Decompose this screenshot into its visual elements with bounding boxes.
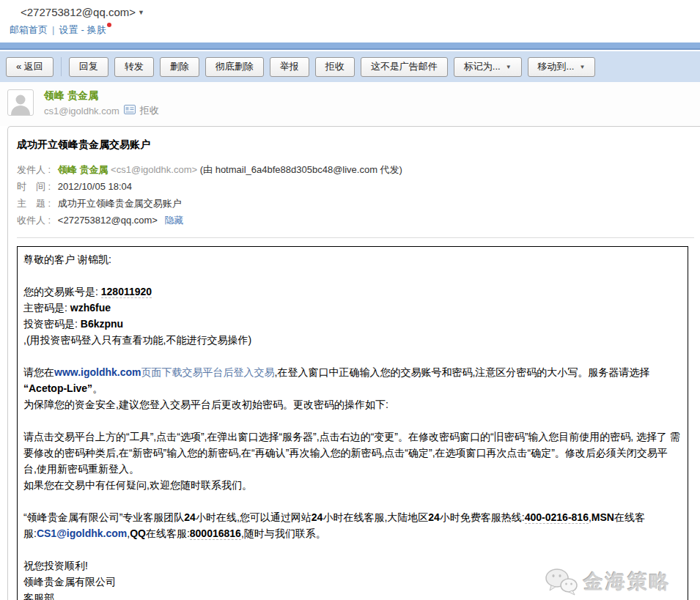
report-button[interactable]: 举报 (270, 57, 309, 77)
back-button[interactable]: « 返回 (6, 57, 54, 77)
body-paragraph: 您的交易账号是: 128011920 (23, 284, 682, 300)
move-to-dropdown[interactable]: 移动到... ▼ (528, 57, 596, 77)
mark-as-label: 标记为... (464, 60, 501, 73)
body-text-run: 128011920 (101, 286, 152, 298)
not-ad-button[interactable]: 这不是广告邮件 (361, 57, 448, 77)
body-text-run: wzh6fue (70, 302, 111, 314)
body-text-run: 24 (428, 511, 440, 523)
body-paragraph: 主密码是: wzh6fue (23, 300, 682, 316)
account-address: <272753812@qq.com> (21, 6, 136, 18)
account-header: <272753812@qq.com>▼ 邮箱首页|设置-换肤 (0, 0, 700, 42)
body-text-run: 小时在线,您可以通过网站 (196, 511, 312, 523)
account-address-dropdown[interactable]: <272753812@qq.com>▼ (21, 6, 144, 18)
body-text-run: 如果您在交易中有任何疑问,欢迎您随时联系我们。 (23, 479, 252, 491)
body-paragraph: 请点击交易平台上方的“工具”,点击“选项”,在弹出窗口选择“服务器”,点击右边的… (23, 429, 682, 477)
top-blue-bar (0, 42, 700, 50)
to-row: 收件人 : <272753812@qq.com> 隐藏 (17, 212, 694, 229)
from-email: <cs1@igoldhk.com> (111, 164, 197, 175)
sender-name[interactable]: 领峰 贵金属 (44, 89, 98, 103)
contact-card-icon[interactable] (124, 105, 136, 116)
body-text-run: QQ (130, 527, 146, 539)
body-text-run: 400-0216-816 (525, 511, 589, 524)
body-text-run: MSN (592, 511, 614, 523)
block-button[interactable]: 拒收 (315, 57, 355, 77)
wechat-icon (545, 568, 578, 596)
body-text-run: 24 (312, 511, 323, 523)
delete-forever-button[interactable]: 彻底删除 (205, 57, 264, 77)
body-paragraph (23, 412, 682, 429)
body-text-run: 尊敬的客户 谢锦凯: (23, 253, 111, 265)
body-text-run: 。 (92, 382, 103, 394)
watermark: 金海策略 (545, 568, 671, 596)
body-paragraph (23, 493, 682, 509)
body-text-run: 请点击交易平台上方的“工具”,点击“选项”,在弹出窗口选择“服务器”,点击右边的… (23, 431, 680, 475)
header-divider (17, 237, 694, 238)
forward-button[interactable]: 转发 (114, 57, 154, 77)
subject-value: 成功开立领峰贵金属交易账户 (58, 198, 182, 209)
avatar (7, 89, 34, 116)
body-text-run: ,随时与我们联系。 (241, 527, 326, 539)
body-text-run: ,(用投资密码登入只有查看功能,不能进行交易操作) (23, 334, 251, 346)
body-link[interactable]: CS1@igoldhk.com (37, 527, 127, 539)
time-label: 时 间 : (17, 181, 51, 192)
body-text-run: 您的交易账号是: (23, 286, 101, 297)
mark-as-dropdown[interactable]: 标记为... ▼ (454, 57, 522, 77)
body-text-run: 客服部 (23, 592, 54, 600)
body-paragraph: 请您在www.igoldhk.com页面下载交易平台后登入交易,在登入窗口中正确… (23, 364, 682, 396)
body-link[interactable]: www.igoldhk.com (54, 366, 141, 378)
from-row: 发件人 : 领峰 贵金属 <cs1@igoldhk.com> (由 hotmai… (17, 161, 694, 178)
time-row: 时 间 : 2012/10/05 18:04 (17, 178, 694, 195)
skin-link[interactable]: 换肤 (87, 24, 106, 35)
body-paragraph: 投资密码是: B6kzpnu (23, 316, 682, 332)
body-text-run: 在线客服: (146, 527, 190, 539)
body-text-run: B6kzpnu (81, 318, 123, 330)
body-text-run: “Acetop-Live” (23, 382, 92, 394)
time-value: 2012/10/05 18:04 (58, 181, 132, 192)
toolbar-divider (61, 57, 62, 76)
mail-toolbar: « 返回 回复 转发 删除 彻底删除 举报 拒收 这不是广告邮件 标记为... … (0, 51, 700, 82)
sender-strip: 领峰 贵金属 cs1@igoldhk.com 拒收 (0, 82, 700, 126)
reject-sender-link[interactable]: 拒收 (140, 104, 159, 117)
to-value: <272753812@qq.com> (58, 215, 158, 226)
quick-links: 邮箱首页|设置-换肤 (10, 23, 111, 37)
sender-detail: cs1@igoldhk.com 拒收 (44, 104, 159, 117)
settings-link[interactable]: 设置 (59, 24, 78, 35)
body-text-run: 小时在线客服,大陆地区 (323, 511, 428, 523)
body-link[interactable]: 页面下载交易平台后登入交易 (141, 366, 275, 378)
body-text-run: 800016816 (190, 527, 241, 540)
email-body: 尊敬的客户 谢锦凯:您的交易账号是: 128011920主密码是: wzh6fu… (17, 246, 688, 600)
person-silhouette-icon (8, 90, 33, 115)
watermark-text: 金海策略 (583, 568, 671, 595)
from-label: 发件人 : (17, 164, 51, 175)
from-via: (由 hotmail_6a4bfe88d305bc48@live.com 代发) (200, 164, 402, 175)
from-name: 领峰 贵金属 (58, 164, 108, 175)
body-text-run: 祝您投资顺利! (23, 560, 88, 571)
body-paragraph: 如果您在交易中有任何疑问,欢迎您随时联系我们。 (23, 477, 682, 493)
body-text-run: 为保障您的资金安全,建议您登入交易平台后更改初始密码。更改密码的操作如下: (23, 399, 388, 410)
chevron-down-icon: ▼ (138, 9, 144, 16)
body-text-run: 小时免费客服热线: (440, 511, 525, 523)
delete-button[interactable]: 删除 (160, 57, 199, 77)
chevron-down-icon: ▼ (579, 64, 585, 70)
mail-home-link[interactable]: 邮箱首页 (10, 24, 48, 35)
body-paragraph (23, 348, 682, 364)
body-paragraph: 尊敬的客户 谢锦凯: (23, 251, 682, 267)
chevron-down-icon: ▼ (506, 64, 512, 70)
new-badge-dot (107, 23, 111, 27)
to-label: 收件人 : (17, 215, 51, 226)
body-paragraph: “领峰贵金属有限公司”专业客服团队24小时在线,您可以通过网站24小时在线客服,… (23, 509, 682, 541)
hide-recipients-link[interactable]: 隐藏 (165, 215, 184, 226)
mail-subject: 成功开立领峰贵金属交易账户 (17, 138, 694, 152)
subject-row: 主 题 : 成功开立领峰贵金属交易账户 (17, 195, 694, 212)
body-text-run: 领峰贵金属有限公司 (23, 576, 116, 588)
subject-label: 主 题 : (17, 198, 51, 209)
reply-button[interactable]: 回复 (69, 57, 108, 77)
body-text-run: 主密码是: (23, 302, 70, 314)
mail-detail-card: 成功开立领峰贵金属交易账户 发件人 : 领峰 贵金属 <cs1@igoldhk.… (7, 126, 700, 600)
webmail-page: <272753812@qq.com>▼ 邮箱首页|设置-换肤 « 返回 回复 转… (0, 0, 700, 600)
body-paragraph (23, 541, 682, 558)
body-paragraph: ,(用投资密码登入只有查看功能,不能进行交易操作) (23, 332, 682, 348)
body-text-run: 请您在 (23, 366, 54, 378)
links-separator: | (52, 24, 54, 35)
body-text-run: ,在登入窗口中正确输入您的交易账号和密码,注意区分密码的大小写。服务器请选择 (275, 366, 650, 378)
